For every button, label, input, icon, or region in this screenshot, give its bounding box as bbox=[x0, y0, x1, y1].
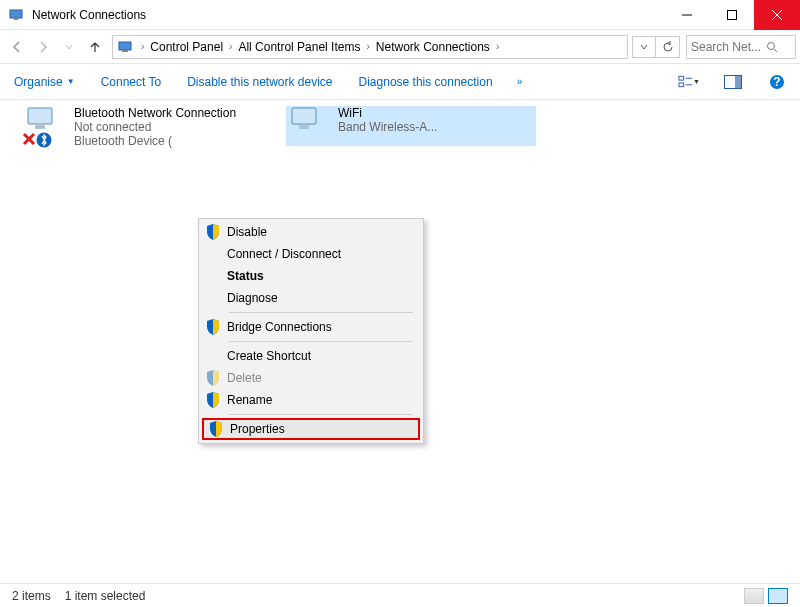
minimize-button[interactable] bbox=[664, 0, 709, 30]
bluetooth-icon bbox=[36, 132, 52, 148]
refresh-button[interactable] bbox=[656, 36, 680, 58]
preview-pane-button[interactable] bbox=[722, 71, 744, 93]
search-icon bbox=[766, 41, 778, 53]
shield-icon bbox=[205, 392, 221, 408]
menu-separator bbox=[229, 341, 413, 342]
svg-line-9 bbox=[774, 49, 777, 52]
menu-connect-disconnect[interactable]: Connect / Disconnect bbox=[201, 243, 421, 265]
icons-view-button[interactable] bbox=[768, 588, 788, 604]
connection-status: Not connected bbox=[74, 120, 272, 134]
view-options-button[interactable]: ▼ bbox=[678, 71, 700, 93]
svg-rect-6 bbox=[119, 42, 131, 50]
connection-device: Band Wireless-A... bbox=[338, 120, 536, 134]
search-box[interactable] bbox=[686, 35, 796, 59]
shield-icon bbox=[205, 224, 221, 240]
maximize-button[interactable] bbox=[709, 0, 754, 30]
content-area[interactable]: Bluetooth Network Connection Not connect… bbox=[0, 100, 800, 580]
breadcrumb-item[interactable]: All Control Panel Items bbox=[236, 40, 362, 54]
bluetooth-connection-icon bbox=[22, 106, 70, 146]
command-bar: Organise▼ Connect To Disable this networ… bbox=[0, 64, 800, 100]
connection-item-wifi[interactable]: WiFi Band Wireless-A... bbox=[286, 106, 536, 146]
app-icon bbox=[8, 7, 24, 23]
menu-separator bbox=[229, 312, 413, 313]
svg-rect-1 bbox=[14, 18, 18, 20]
svg-rect-3 bbox=[727, 10, 736, 19]
svg-text:?: ? bbox=[773, 75, 780, 89]
svg-rect-18 bbox=[28, 108, 52, 124]
svg-rect-22 bbox=[299, 125, 309, 129]
shield-icon bbox=[205, 370, 221, 386]
up-button[interactable] bbox=[82, 34, 108, 60]
title-bar: Network Connections bbox=[0, 0, 800, 30]
breadcrumb-item[interactable]: Control Panel bbox=[148, 40, 225, 54]
connection-name: WiFi bbox=[338, 106, 536, 120]
window-title: Network Connections bbox=[32, 8, 664, 22]
menu-rename[interactable]: Rename bbox=[201, 389, 421, 411]
details-view-button[interactable] bbox=[744, 588, 764, 604]
connection-item-bluetooth[interactable]: Bluetooth Network Connection Not connect… bbox=[22, 106, 272, 148]
menu-disable[interactable]: Disable bbox=[201, 221, 421, 243]
context-menu: Disable Connect / Disconnect Status Diag… bbox=[198, 218, 424, 444]
close-button[interactable] bbox=[754, 0, 800, 30]
back-button[interactable] bbox=[4, 34, 30, 60]
chevron-right-icon[interactable]: › bbox=[141, 41, 144, 52]
chevron-right-icon[interactable]: › bbox=[496, 41, 499, 52]
svg-rect-21 bbox=[292, 108, 316, 124]
disable-device-button[interactable]: Disable this network device bbox=[185, 71, 334, 93]
diagnose-button[interactable]: Diagnose this connection bbox=[357, 71, 495, 93]
overflow-chevron[interactable]: » bbox=[517, 76, 523, 87]
svg-rect-7 bbox=[122, 50, 128, 52]
connection-name: Bluetooth Network Connection bbox=[74, 106, 272, 120]
svg-rect-19 bbox=[35, 125, 45, 129]
forward-button[interactable] bbox=[30, 34, 56, 60]
network-icon bbox=[117, 39, 133, 55]
address-bar: › Control Panel › All Control Panel Item… bbox=[0, 30, 800, 64]
organise-menu[interactable]: Organise▼ bbox=[12, 71, 77, 93]
connection-device: Bluetooth Device ( bbox=[74, 134, 272, 148]
connect-to-button[interactable]: Connect To bbox=[99, 71, 164, 93]
svg-rect-0 bbox=[10, 10, 22, 18]
breadcrumb[interactable]: › Control Panel › All Control Panel Item… bbox=[112, 35, 628, 59]
svg-point-8 bbox=[768, 42, 775, 49]
shield-icon bbox=[205, 319, 221, 335]
recent-dropdown[interactable] bbox=[56, 34, 82, 60]
menu-separator bbox=[229, 414, 413, 415]
search-input[interactable] bbox=[691, 40, 766, 54]
shield-icon bbox=[208, 421, 224, 437]
menu-bridge[interactable]: Bridge Connections bbox=[201, 316, 421, 338]
svg-rect-10 bbox=[679, 76, 684, 80]
status-item-count: 2 items bbox=[12, 589, 51, 603]
menu-diagnose[interactable]: Diagnose bbox=[201, 287, 421, 309]
breadcrumb-item[interactable]: Network Connections bbox=[374, 40, 492, 54]
svg-rect-11 bbox=[679, 82, 684, 86]
menu-properties[interactable]: Properties bbox=[202, 418, 420, 440]
status-selected-count: 1 item selected bbox=[65, 589, 146, 603]
history-dropdown[interactable] bbox=[632, 36, 656, 58]
menu-status[interactable]: Status bbox=[201, 265, 421, 287]
help-button[interactable]: ? bbox=[766, 71, 788, 93]
menu-create-shortcut[interactable]: Create Shortcut bbox=[201, 345, 421, 367]
svg-rect-15 bbox=[735, 75, 742, 88]
chevron-right-icon[interactable]: › bbox=[229, 41, 232, 52]
chevron-down-icon: ▼ bbox=[67, 77, 75, 86]
wifi-connection-icon bbox=[286, 106, 334, 146]
status-bar: 2 items 1 item selected bbox=[0, 583, 800, 607]
chevron-right-icon[interactable]: › bbox=[366, 41, 369, 52]
menu-delete: Delete bbox=[201, 367, 421, 389]
error-x-icon bbox=[22, 132, 36, 146]
